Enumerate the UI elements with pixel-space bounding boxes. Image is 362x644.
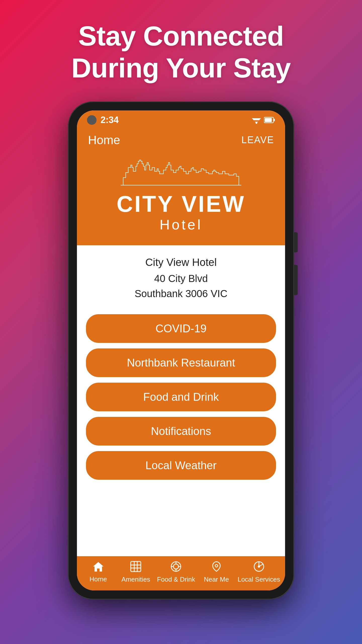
tab-food-drink-label: Food & Drink [157,576,195,583]
app-nav-bar: Home LEAVE [77,130,285,150]
phone-mockup: 2:34 [68,101,294,599]
menu-btn-food[interactable]: Food and Drink [86,383,276,411]
hotel-name-sub: Hotel [160,216,203,233]
skyline-icon [118,157,244,190]
wifi-icon [252,116,261,124]
tab-near-me-label: Near Me [204,576,229,583]
address-line2: Southbank 3006 VIC [134,288,227,299]
amenities-icon [130,561,142,574]
svg-rect-6 [265,118,272,122]
menu-btn-weather[interactable]: Local Weather [86,451,276,480]
menu-list: COVID-19 Northbank Restaurant Food and D… [77,314,285,486]
tab-amenities[interactable]: Amenities [119,561,152,583]
tab-home-label: Home [89,575,107,583]
battery-icon [264,117,275,123]
bottom-tab-bar: Home Amenities [77,556,285,590]
status-time: 2:34 [101,115,119,125]
status-bar: 2:34 [77,110,285,130]
phone-shell: 2:34 [68,101,294,599]
hotel-name-text: City View Hotel [87,256,275,268]
svg-rect-9 [131,561,141,572]
phone-screen: 2:34 [77,110,285,590]
local-services-icon [253,561,265,574]
nav-leave-button[interactable]: LEAVE [241,135,274,145]
tab-near-me[interactable]: Near Me [200,561,233,583]
side-button-2 [294,265,298,295]
svg-point-24 [258,566,260,567]
camera-dot [87,115,97,125]
tab-local-services-label: Local Services [238,576,280,583]
hotel-address: 40 City Blvd Southbank 3006 VIC [87,271,275,301]
svg-point-20 [215,565,218,567]
tab-amenities-label: Amenities [121,576,150,583]
food-drink-icon [170,561,182,574]
tab-food-drink[interactable]: Food & Drink [157,561,195,583]
svg-marker-8 [93,562,104,572]
status-icons [252,116,275,124]
headline-line2: During Your Stay [71,52,291,83]
tab-home[interactable]: Home [82,561,115,583]
side-button-1 [294,232,298,252]
info-area: City View Hotel 40 City Blvd Southbank 3… [77,245,285,314]
home-icon [93,561,104,574]
near-me-icon [211,561,222,574]
tab-local-services[interactable]: Local Services [238,561,280,583]
svg-rect-5 [274,119,275,121]
status-left: 2:34 [87,115,119,125]
hero-area: CITY VIEW Hotel [77,150,285,245]
headline-line1: Stay Connected [78,20,284,51]
menu-btn-notifications[interactable]: Notifications [86,417,276,446]
menu-btn-covid[interactable]: COVID-19 [86,314,276,343]
hotel-name-main: CITY VIEW [117,193,245,215]
address-line1: 40 City Blvd [154,273,208,284]
headline: Stay Connected During Your Stay [71,20,291,84]
svg-point-15 [173,564,178,569]
nav-title: Home [88,133,120,147]
menu-btn-restaurant[interactable]: Northbank Restaurant [86,348,276,377]
